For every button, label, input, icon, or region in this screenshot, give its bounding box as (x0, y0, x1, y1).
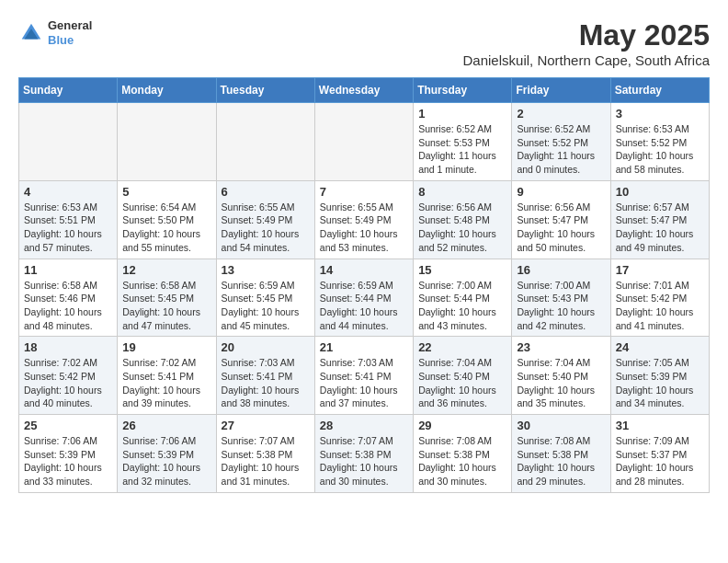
day-number: 7 (320, 185, 408, 199)
day-info: Sunrise: 7:01 AMSunset: 5:42 PMDaylight:… (616, 279, 704, 333)
logo: General Blue (18, 18, 92, 47)
page-header: General Blue May 2025 Danielskuil, North… (18, 18, 710, 68)
column-header-sunday: Sunday (19, 78, 118, 103)
calendar-cell: 22Sunrise: 7:04 AMSunset: 5:40 PMDayligh… (414, 337, 512, 415)
day-info: Sunrise: 6:55 AMSunset: 5:49 PMDaylight:… (222, 201, 310, 255)
day-info: Sunrise: 6:53 AMSunset: 5:51 PMDaylight:… (24, 201, 112, 255)
calendar-cell: 27Sunrise: 7:07 AMSunset: 5:38 PMDayligh… (216, 415, 314, 493)
day-number: 24 (616, 340, 704, 354)
calendar-cell: 1Sunrise: 6:52 AMSunset: 5:53 PMDaylight… (414, 103, 512, 181)
calendar-cell (19, 103, 118, 181)
calendar-cell: 28Sunrise: 7:07 AMSunset: 5:38 PMDayligh… (314, 415, 413, 493)
calendar-cell: 13Sunrise: 6:59 AMSunset: 5:45 PMDayligh… (216, 259, 314, 337)
day-number: 27 (222, 419, 310, 432)
day-info: Sunrise: 7:08 AMSunset: 5:38 PMDaylight:… (418, 434, 506, 488)
calendar-cell: 30Sunrise: 7:08 AMSunset: 5:38 PMDayligh… (512, 415, 610, 493)
calendar-week-row: 4Sunrise: 6:53 AMSunset: 5:51 PMDaylight… (19, 180, 710, 259)
day-info: Sunrise: 6:58 AMSunset: 5:45 PMDaylight:… (122, 279, 210, 333)
day-number: 12 (122, 263, 210, 277)
day-number: 6 (222, 185, 310, 199)
calendar-cell (216, 103, 314, 181)
day-info: Sunrise: 7:02 AMSunset: 5:42 PMDaylight:… (24, 356, 112, 410)
calendar-cell: 14Sunrise: 6:59 AMSunset: 5:44 PMDayligh… (314, 259, 413, 337)
calendar-cell: 21Sunrise: 7:03 AMSunset: 5:41 PMDayligh… (314, 337, 413, 415)
calendar-cell: 10Sunrise: 6:57 AMSunset: 5:47 PMDayligh… (610, 180, 709, 259)
day-info: Sunrise: 7:00 AMSunset: 5:44 PMDaylight:… (418, 279, 506, 333)
column-header-monday: Monday (118, 78, 216, 103)
column-header-saturday: Saturday (610, 78, 709, 103)
day-info: Sunrise: 7:05 AMSunset: 5:39 PMDaylight:… (616, 356, 704, 410)
calendar-cell: 24Sunrise: 7:05 AMSunset: 5:39 PMDayligh… (610, 337, 709, 415)
day-number: 10 (616, 185, 704, 199)
calendar-week-row: 18Sunrise: 7:02 AMSunset: 5:42 PMDayligh… (19, 337, 710, 415)
day-info: Sunrise: 7:06 AMSunset: 5:39 PMDaylight:… (122, 434, 210, 488)
day-number: 26 (122, 419, 210, 432)
calendar-cell: 18Sunrise: 7:02 AMSunset: 5:42 PMDayligh… (19, 337, 118, 415)
main-title: May 2025 (463, 18, 710, 52)
calendar-cell: 19Sunrise: 7:02 AMSunset: 5:41 PMDayligh… (118, 337, 216, 415)
calendar-week-row: 1Sunrise: 6:52 AMSunset: 5:53 PMDaylight… (19, 103, 710, 181)
day-info: Sunrise: 7:07 AMSunset: 5:38 PMDaylight:… (222, 434, 310, 488)
day-info: Sunrise: 6:52 AMSunset: 5:52 PMDaylight:… (517, 122, 605, 177)
calendar-week-row: 11Sunrise: 6:58 AMSunset: 5:46 PMDayligh… (19, 259, 710, 337)
calendar-cell: 15Sunrise: 7:00 AMSunset: 5:44 PMDayligh… (414, 259, 512, 337)
column-header-tuesday: Tuesday (216, 78, 314, 103)
day-info: Sunrise: 7:04 AMSunset: 5:40 PMDaylight:… (517, 356, 605, 410)
calendar-cell: 23Sunrise: 7:04 AMSunset: 5:40 PMDayligh… (512, 337, 610, 415)
calendar-cell: 26Sunrise: 7:06 AMSunset: 5:39 PMDayligh… (118, 415, 216, 493)
day-number: 25 (24, 419, 112, 432)
day-number: 20 (222, 340, 310, 354)
day-info: Sunrise: 6:57 AMSunset: 5:47 PMDaylight:… (616, 201, 704, 255)
day-info: Sunrise: 6:54 AMSunset: 5:50 PMDaylight:… (122, 201, 210, 255)
day-number: 31 (616, 419, 704, 432)
day-number: 14 (320, 263, 408, 277)
day-info: Sunrise: 7:03 AMSunset: 5:41 PMDaylight:… (222, 356, 310, 410)
calendar-cell: 16Sunrise: 7:00 AMSunset: 5:43 PMDayligh… (512, 259, 610, 337)
calendar-header-row: SundayMondayTuesdayWednesdayThursdayFrid… (19, 78, 710, 103)
day-number: 11 (24, 263, 112, 277)
calendar-cell: 20Sunrise: 7:03 AMSunset: 5:41 PMDayligh… (216, 337, 314, 415)
column-header-friday: Friday (512, 78, 610, 103)
day-info: Sunrise: 6:59 AMSunset: 5:45 PMDaylight:… (222, 279, 310, 333)
day-info: Sunrise: 7:06 AMSunset: 5:39 PMDaylight:… (24, 434, 112, 488)
calendar-cell: 11Sunrise: 6:58 AMSunset: 5:46 PMDayligh… (19, 259, 118, 337)
day-number: 23 (517, 340, 605, 354)
day-info: Sunrise: 6:52 AMSunset: 5:53 PMDaylight:… (418, 122, 506, 177)
day-number: 15 (418, 263, 506, 277)
calendar-cell: 25Sunrise: 7:06 AMSunset: 5:39 PMDayligh… (19, 415, 118, 493)
day-number: 18 (24, 340, 112, 354)
day-info: Sunrise: 6:55 AMSunset: 5:49 PMDaylight:… (320, 201, 408, 255)
title-block: May 2025 Danielskuil, Northern Cape, Sou… (463, 18, 710, 68)
day-number: 19 (122, 340, 210, 354)
day-number: 1 (418, 107, 506, 121)
column-header-wednesday: Wednesday (314, 78, 413, 103)
day-number: 28 (320, 419, 408, 432)
day-number: 30 (517, 419, 605, 432)
day-number: 16 (517, 263, 605, 277)
calendar-week-row: 25Sunrise: 7:06 AMSunset: 5:39 PMDayligh… (19, 415, 710, 493)
day-info: Sunrise: 6:53 AMSunset: 5:52 PMDaylight:… (616, 122, 704, 177)
calendar-table: SundayMondayTuesdayWednesdayThursdayFrid… (18, 77, 710, 493)
day-number: 22 (418, 340, 506, 354)
calendar-cell: 12Sunrise: 6:58 AMSunset: 5:45 PMDayligh… (118, 259, 216, 337)
day-number: 3 (616, 107, 704, 121)
calendar-cell: 6Sunrise: 6:55 AMSunset: 5:49 PMDaylight… (216, 180, 314, 259)
day-number: 13 (222, 263, 310, 277)
calendar-cell: 9Sunrise: 6:56 AMSunset: 5:47 PMDaylight… (512, 180, 610, 259)
day-info: Sunrise: 6:56 AMSunset: 5:48 PMDaylight:… (418, 201, 506, 255)
day-info: Sunrise: 7:07 AMSunset: 5:38 PMDaylight:… (320, 434, 408, 488)
day-info: Sunrise: 6:59 AMSunset: 5:44 PMDaylight:… (320, 279, 408, 333)
day-info: Sunrise: 6:56 AMSunset: 5:47 PMDaylight:… (517, 201, 605, 255)
day-info: Sunrise: 7:00 AMSunset: 5:43 PMDaylight:… (517, 279, 605, 333)
day-info: Sunrise: 7:03 AMSunset: 5:41 PMDaylight:… (320, 356, 408, 410)
calendar-cell: 8Sunrise: 6:56 AMSunset: 5:48 PMDaylight… (414, 180, 512, 259)
day-number: 2 (517, 107, 605, 121)
calendar-cell: 3Sunrise: 6:53 AMSunset: 5:52 PMDaylight… (610, 103, 709, 181)
calendar-cell (118, 103, 216, 181)
calendar-cell: 4Sunrise: 6:53 AMSunset: 5:51 PMDaylight… (19, 180, 118, 259)
day-number: 8 (418, 185, 506, 199)
day-info: Sunrise: 7:02 AMSunset: 5:41 PMDaylight:… (122, 356, 210, 410)
calendar-cell: 29Sunrise: 7:08 AMSunset: 5:38 PMDayligh… (414, 415, 512, 493)
calendar-cell: 31Sunrise: 7:09 AMSunset: 5:37 PMDayligh… (610, 415, 709, 493)
logo-text: General Blue (48, 18, 92, 47)
